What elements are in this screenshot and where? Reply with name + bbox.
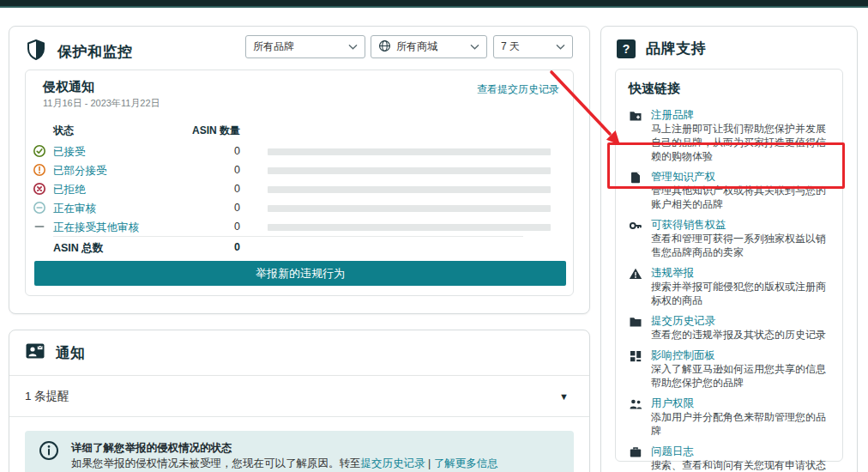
quick-link-description: 马上注册即可让我们帮助您保护并发展自己的品牌，从而为买家打造更值得信赖的购物体验: [651, 122, 829, 163]
status-row: 已接受 0: [26, 142, 573, 161]
status-progress-bar: [268, 224, 551, 231]
status-asin-count: 0: [172, 202, 240, 214]
quick-link-icon: [629, 219, 642, 233]
quick-link-item: 影响控制面板 深入了解亚马逊如何运用您共享的信息帮助您保护您的品牌: [629, 348, 829, 390]
quick-link-icon: [629, 445, 642, 459]
quick-link-description: 管理其他知识产权或将其关联到与您的账户相关的品牌: [651, 184, 829, 211]
quick-link-label[interactable]: 提交历史记录: [651, 314, 826, 328]
asin-total-label: ASIN 总数: [53, 241, 103, 256]
status-icon: [33, 182, 46, 196]
info-banner-title: 详细了解您举报的侵权情况的状态: [71, 440, 498, 456]
marketplace-filter-select[interactable]: 所有商城: [371, 35, 487, 58]
brand-registry-dashboard: 保护和监控 所有品牌 所有商城 7 天 侵权通知 11月16日 - 2023年1…: [0, 0, 868, 472]
chevron-down-icon: [556, 44, 565, 51]
quick-link-label[interactable]: 违规举报: [651, 266, 829, 280]
quick-link-icon: [629, 109, 642, 123]
view-submission-history-link[interactable]: 查看提交历史记录: [477, 82, 559, 97]
brand-filter-value: 所有品牌: [253, 39, 343, 54]
quick-link-item: 注册品牌 马上注册即可让我们帮助您保护并发展自己的品牌，从而为买家打造更值得信赖…: [629, 108, 829, 163]
quick-link-icon: [629, 267, 642, 281]
marketplace-filter-value: 所有商城: [396, 39, 465, 54]
status-asin-count: 0: [172, 164, 240, 176]
info-banner-body: 如果您举报的侵权情况未被受理，您现在可以了解原因。转至提交历史记录 | 了解更多…: [71, 456, 498, 471]
date-range-value: 7 天: [501, 39, 551, 54]
status-icon: [33, 144, 46, 158]
info-body-text: 如果您举报的侵权情况未被受理，您现在可以了解原因。转至: [71, 457, 361, 469]
date-range-select[interactable]: 7 天: [493, 35, 573, 58]
brand-support-card: ? 品牌支持 快速链接 注册品牌 马上注册即可让我们帮助您保护并发展自己的品牌，…: [600, 26, 858, 472]
quick-link-icon: [629, 171, 642, 185]
quick-link-item: 问题日志 搜索、查看和询问有关您现有申请状态或先前的申请决定的问题: [629, 445, 829, 472]
info-icon: [39, 440, 59, 464]
status-icon: [33, 163, 46, 177]
status-row: 正在审核 0: [26, 199, 573, 218]
quick-link-description: 查看您的违规举报及其状态的历史记录: [651, 328, 826, 342]
quick-link-item: 违规举报 搜索并举报可能侵犯您的版权或注册商标权的商品: [629, 266, 829, 307]
quick-link-description: 搜索并举报可能侵犯您的版权或注册商标权的商品: [651, 280, 829, 307]
alert-count-label: 1 条提醒: [25, 389, 69, 404]
status-column-header: 状态: [53, 124, 74, 138]
status-icon: [33, 220, 46, 233]
shield-icon: [25, 39, 47, 64]
status-info-banner: 详细了解您举报的侵权情况的状态 如果您举报的侵权情况未被受理，您现在可以了解原因…: [25, 431, 574, 472]
quick-link-item: 可获得销售权益 查看和管理可获得一系列独家权益以销售您品牌商品的卖家: [629, 218, 829, 259]
quick-link-item: 用户权限 添加用户并分配角色来帮助管理您的品牌: [629, 396, 829, 438]
chevron-down-icon: [470, 44, 479, 51]
top-navigation-bar: [0, 0, 868, 8]
quick-link-description: 查看和管理可获得一系列独家权益以销售您品牌商品的卖家: [651, 232, 829, 259]
brand-filter-select[interactable]: 所有品牌: [245, 35, 365, 58]
brand-support-title: 品牌支持: [646, 39, 706, 58]
quick-link-label[interactable]: 可获得销售权益: [651, 218, 829, 232]
status-progress-bar: [268, 148, 551, 155]
quick-link-description: 添加用户并分配角色来帮助管理您的品牌: [651, 410, 829, 438]
status-asin-count: 0: [172, 145, 240, 157]
learn-more-link[interactable]: 了解更多信息: [434, 457, 498, 469]
notices-title: 侵权通知: [43, 79, 94, 95]
infringement-notices-panel: 侵权通知 11月16日 - 2023年11月22日 查看提交历史记录 状态 AS…: [25, 70, 574, 296]
total-divider: [53, 236, 523, 237]
report-new-violation-button[interactable]: 举报新的违规行为: [34, 261, 566, 286]
status-row: 已拒绝 0: [26, 180, 573, 199]
quick-link-label[interactable]: 影响控制面板: [651, 348, 829, 362]
quick-link-label[interactable]: 用户权限: [651, 396, 829, 410]
quick-link-icon: [629, 397, 642, 411]
notifications-card: 通知 1 条提醒 ▼ 详细了解您举报的侵权情况的状态 如果您举报的侵权情况未被受…: [9, 330, 590, 472]
help-square-icon: ?: [617, 39, 636, 58]
protection-card-title: 保护和监控: [57, 42, 133, 62]
chevron-down-icon: [348, 44, 358, 51]
status-row: 已部分接受 0: [26, 161, 573, 180]
quick-link-icon: [629, 315, 642, 329]
status-row: 正在接受其他审核 0: [26, 218, 573, 237]
status-label-link[interactable]: 已接受: [53, 145, 86, 160]
quick-link-label[interactable]: 管理知识产权: [651, 170, 829, 184]
quick-link-description: 深入了解亚马逊如何运用您共享的信息帮助您保护您的品牌: [651, 362, 829, 390]
contact-card-icon: [25, 341, 45, 365]
submission-history-link[interactable]: 提交历史记录: [361, 457, 425, 469]
globe-icon: [378, 39, 391, 55]
status-label-link[interactable]: 正在接受其他审核: [53, 221, 139, 235]
status-progress-bar: [268, 186, 551, 193]
quick-link-label[interactable]: 注册品牌: [651, 108, 829, 122]
link-separator: |: [425, 457, 434, 469]
status-asin-count: 0: [172, 183, 240, 195]
status-label-link[interactable]: 已拒绝: [53, 183, 86, 197]
notifications-title: 通知: [56, 343, 85, 363]
quick-link-item: 提交历史记录 查看您的违规举报及其状态的历史记录: [629, 314, 829, 342]
quick-link-label[interactable]: 问题日志: [651, 445, 829, 458]
status-asin-count: 0: [172, 221, 240, 233]
quick-link-item: 管理知识产权 管理其他知识产权或将其关联到与您的账户相关的品牌: [629, 170, 829, 211]
status-label-link[interactable]: 已部分接受: [53, 164, 107, 179]
protection-monitoring-card: 保护和监控 所有品牌 所有商城 7 天 侵权通知 11月16日 - 2023年1…: [9, 26, 590, 314]
quick-links-title: 快速链接: [629, 81, 829, 97]
quick-link-icon: [629, 349, 642, 363]
status-rows: 已接受 0 已部分接受 0: [26, 142, 573, 237]
notices-date-range: 11月16日 - 2023年11月22日: [43, 97, 160, 110]
status-progress-bar: [268, 167, 551, 174]
asin-total-count: 0: [172, 241, 240, 253]
caret-down-icon[interactable]: ▼: [559, 391, 569, 402]
status-label-link[interactable]: 正在审核: [53, 202, 96, 216]
alert-accordion-row[interactable]: 1 条提醒 ▼: [9, 376, 589, 417]
quick-links-panel: 快速链接 注册品牌 马上注册即可让我们帮助您保护并发展自己的品牌，从而为买家打造…: [615, 69, 843, 462]
quick-links-list: 注册品牌 马上注册即可让我们帮助您保护并发展自己的品牌，从而为买家打造更值得信赖…: [629, 108, 829, 472]
quick-link-description: 搜索、查看和询问有关您现有申请状态或先前的申请决定的问题: [651, 458, 829, 472]
